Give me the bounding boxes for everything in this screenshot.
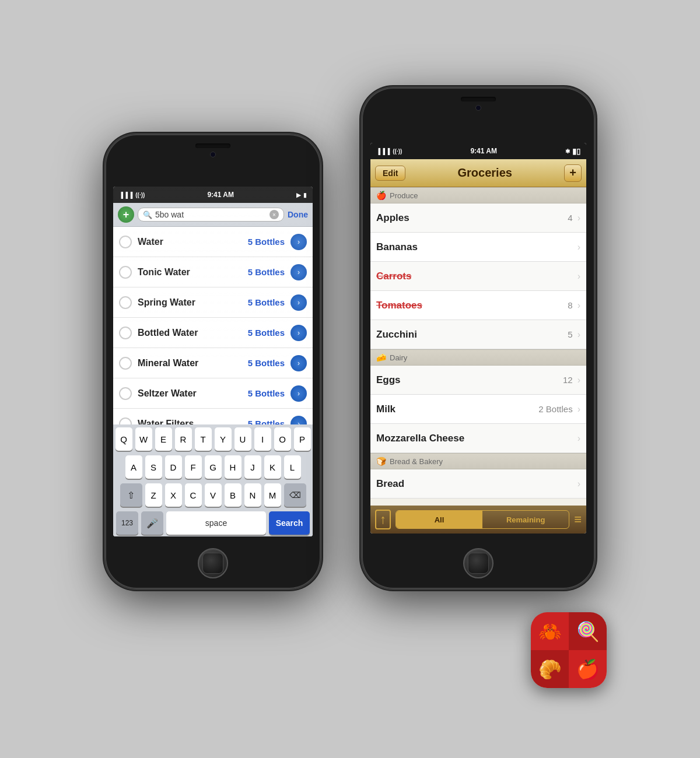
key-k[interactable]: K [264,455,281,479]
grocery-row[interactable]: Milk 2 Bottles › [370,395,586,424]
key-i[interactable]: I [254,427,271,451]
edit-button[interactable]: Edit [375,166,405,181]
result-detail-button[interactable]: › [290,416,307,425]
result-row[interactable]: Mineral Water 5 Bottles › [113,348,313,378]
search-area: + 🔍 5bo wat × Done [113,203,313,227]
result-detail-button[interactable]: › [290,234,307,250]
key-m[interactable]: M [264,483,281,507]
key-b[interactable]: B [225,483,242,507]
key-g[interactable]: G [205,455,222,479]
result-row[interactable]: Bottled Water 5 Bottles › [113,318,313,348]
grocery-detail-chevron[interactable]: › [578,433,580,444]
grocery-row[interactable]: Eggs 12 › [370,366,586,395]
grocery-detail-chevron[interactable]: › [578,213,580,223]
result-radio[interactable] [119,357,132,370]
app-icon-3[interactable]: 🍎 [569,650,607,688]
search-input-wrap[interactable]: 🔍 5bo wat × [138,208,284,222]
key-l[interactable]: L [284,455,301,479]
key-v[interactable]: V [205,483,222,507]
key-p[interactable]: P [294,427,311,451]
result-detail-button[interactable]: › [290,385,307,402]
grocery-detail-chevron[interactable]: › [578,242,580,252]
key-x[interactable]: X [165,483,182,507]
result-radio[interactable] [119,236,132,248]
key-o[interactable]: O [274,427,291,451]
share-button[interactable]: ↑ [375,510,391,529]
grocery-row[interactable]: Bananas › [370,233,586,262]
result-detail-button[interactable]: › [290,355,307,371]
grocery-name: Carrots [376,271,578,282]
result-row[interactable]: Tonic Water 5 Bottles › [113,257,313,287]
key-q[interactable]: Q [116,427,132,451]
key-j[interactable]: J [244,455,261,479]
result-radio[interactable] [119,417,132,425]
microphone-key[interactable]: 🎤 [141,511,163,535]
key-y[interactable]: Y [215,427,232,451]
section-header-dairy: 🧀 Dairy [370,349,586,366]
key-n[interactable]: N [244,483,261,507]
grocery-row[interactable]: Bread › [370,469,586,499]
app-icons-grid: 🦀🍭🥐🍎 [531,612,607,688]
section-icon: 🍞 [376,457,386,466]
numbers-key[interactable]: 123 [116,511,138,535]
search-icon: 🔍 [143,210,152,219]
left-time: 9:41 AM [207,191,234,199]
search-value[interactable]: 5bo wat [155,210,267,219]
right-home-button[interactable] [463,548,494,578]
search-clear-button[interactable]: × [270,210,279,219]
grocery-name: Bananas [376,241,578,253]
key-r[interactable]: R [175,427,192,451]
result-radio[interactable] [119,327,132,339]
grocery-detail-chevron[interactable]: › [578,404,580,415]
left-home-button[interactable] [198,548,228,578]
key-c[interactable]: C [185,483,202,507]
result-detail-button[interactable]: › [290,325,307,341]
search-key[interactable]: Search [269,511,310,535]
grocery-detail-chevron[interactable]: › [578,300,580,311]
all-items-button[interactable]: All [396,511,482,528]
key-a[interactable]: A [125,455,142,479]
add-item-button[interactable]: + [118,206,134,223]
result-row[interactable]: Water 5 Bottles › [113,227,313,257]
result-radio[interactable] [119,296,132,309]
key-z[interactable]: Z [145,483,162,507]
key-u[interactable]: U [235,427,251,451]
delete-key[interactable]: ⌫ [284,483,306,507]
result-row[interactable]: Seltzer Water 5 Bottles › [113,378,313,409]
space-key[interactable]: space [166,511,266,535]
grocery-row[interactable]: Mozzarella Cheese › [370,424,586,453]
app-icon-0[interactable]: 🦀 [531,612,569,650]
key-d[interactable]: D [165,455,182,479]
done-button[interactable]: Done [288,210,308,219]
right-status-left: ▐▐▐ ((·)) [376,148,402,155]
result-radio[interactable] [119,387,132,400]
remaining-items-button[interactable]: Remaining [482,511,569,528]
nav-add-button[interactable]: + [564,164,582,182]
result-radio[interactable] [119,266,132,279]
grocery-row[interactable]: Tomatoes 8 › [370,291,586,320]
keyboard-bottom-row: 123🎤spaceSearch [115,511,311,535]
grocery-row[interactable]: Apples 4 › [370,203,586,233]
shift-key[interactable]: ⇧ [120,483,142,507]
app-icon-2[interactable]: 🥐 [531,650,569,688]
grocery-detail-chevron[interactable]: › [578,271,580,282]
key-s[interactable]: S [145,455,162,479]
grocery-row[interactable]: Carrots › [370,262,586,291]
grocery-row[interactable]: Zucchini 5 › [370,320,586,349]
key-t[interactable]: T [195,427,212,451]
result-detail-button[interactable]: › [290,264,307,280]
grocery-detail-chevron[interactable]: › [578,375,580,385]
menu-button[interactable]: ≡ [574,512,582,527]
key-w[interactable]: W [135,427,152,451]
result-detail-button[interactable]: › [290,294,307,311]
app-icon-1[interactable]: 🍭 [569,612,607,650]
key-f[interactable]: F [185,455,202,479]
result-row[interactable]: Spring Water 5 Bottles › [113,287,313,318]
key-e[interactable]: E [155,427,172,451]
grocery-detail-chevron[interactable]: › [578,479,580,489]
result-row[interactable]: Water Filters 5 Bottles › [113,409,313,424]
groceries-title: Groceries [409,166,561,180]
grocery-detail-chevron[interactable]: › [578,329,580,340]
section-header-bread-&-bakery: 🍞 Bread & Bakery [370,453,586,469]
key-h[interactable]: H [225,455,242,479]
